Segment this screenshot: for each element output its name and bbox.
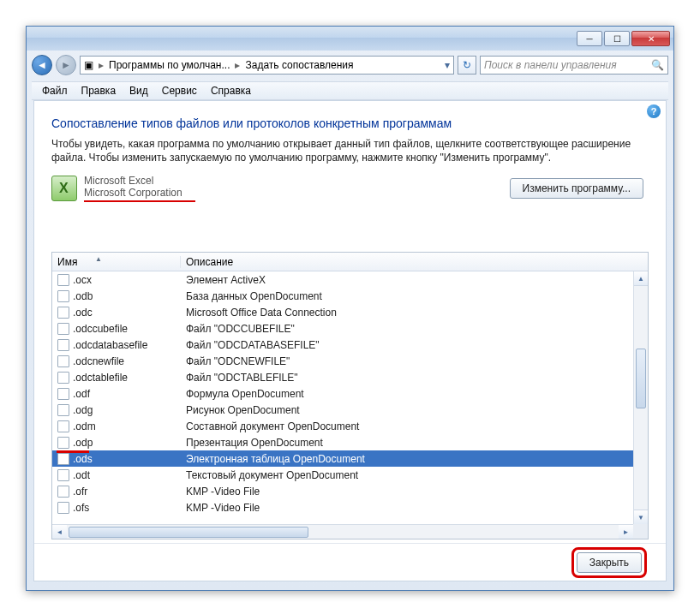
close-button[interactable]: Закрыть <box>577 552 642 573</box>
titlebar: ─ ☐ ✕ <box>27 27 673 51</box>
control-panel-window: ─ ☐ ✕ ◄ ► ▣ ▸ Программы по умолчан... ▸ … <box>26 26 674 591</box>
annotation-underline <box>57 450 89 453</box>
breadcrumb[interactable]: ▣ ▸ Программы по умолчан... ▸ Задать соп… <box>80 56 454 75</box>
extension-cell: .odt <box>73 469 90 481</box>
extension-cell: .odcdatabasefile <box>73 339 147 351</box>
search-input[interactable]: Поиск в панели управления 🔍 <box>480 56 668 75</box>
breadcrumb-seg[interactable]: Программы по умолчан... <box>109 59 230 71</box>
description-cell: Составной документ OpenDocument <box>181 420 648 432</box>
file-type-icon <box>57 388 69 400</box>
scroll-thumb[interactable] <box>69 527 308 538</box>
extension-cell: .odb <box>73 290 93 302</box>
annotation-highlight: Закрыть <box>571 547 647 578</box>
list-item[interactable]: .odcMicrosoft Office Data Connection <box>52 304 648 320</box>
extension-cell: .ofr <box>73 486 87 498</box>
file-type-icon <box>57 355 69 367</box>
menu-view[interactable]: Вид <box>124 83 153 98</box>
window-close-button[interactable]: ✕ <box>631 31 670 46</box>
excel-icon <box>51 176 77 201</box>
extension-cell: .odg <box>73 404 93 416</box>
scroll-corner <box>633 524 648 539</box>
file-type-icon <box>57 404 69 416</box>
selected-program-info: Microsoft Excel Microsoft Corporation <box>84 175 195 202</box>
list-item[interactable]: .ofsKMP -Video File <box>52 499 648 516</box>
extension-cell: .odc <box>73 307 93 319</box>
file-type-icon <box>57 290 69 302</box>
description-cell: Microsoft Office Data Connection <box>181 307 648 319</box>
selected-program-vendor: Microsoft Corporation <box>84 187 195 199</box>
list-item[interactable]: .ocxЭлемент ActiveX <box>52 271 648 288</box>
file-type-icon <box>57 486 69 498</box>
description-cell: KMP -Video File <box>181 502 648 514</box>
refresh-button[interactable]: ↻ <box>458 56 476 75</box>
list-item[interactable]: .ofrKMP -Video File <box>52 483 648 499</box>
column-desc[interactable]: Описание <box>181 256 648 268</box>
search-placeholder: Поиск в панели управления <box>484 59 617 71</box>
file-type-icon <box>57 274 69 286</box>
address-bar: ◄ ► ▣ ▸ Программы по умолчан... ▸ Задать… <box>32 52 668 78</box>
selected-program-row: Microsoft Excel Microsoft Corporation Из… <box>51 175 649 202</box>
description-cell: Файл "ODCNEWFILE" <box>181 355 648 367</box>
extension-cell: .odcnewfile <box>73 355 124 367</box>
chevron-right-icon: ▸ <box>99 59 104 71</box>
close-button-label: Закрыть <box>589 557 629 569</box>
menu-file[interactable]: Файл <box>37 83 73 98</box>
list-item[interactable]: .odbБаза данных OpenDocument <box>52 288 648 304</box>
scroll-down-icon[interactable]: ▼ <box>634 510 648 524</box>
scroll-right-icon[interactable]: ► <box>619 525 633 539</box>
list-item[interactable]: .odccubefileФайл "ODCCUBEFILE" <box>52 320 648 337</box>
list-item[interactable]: .odctablefileФайл "ODCTABLEFILE" <box>52 369 648 385</box>
extension-cell: .odf <box>73 388 90 400</box>
extension-cell: .ods <box>73 453 93 465</box>
extension-cell: .odm <box>73 420 96 432</box>
column-name[interactable]: Имя ▲ <box>52 256 181 268</box>
breadcrumb-seg[interactable]: Задать сопоставления <box>245 59 353 71</box>
description-cell: Презентация OpenDocument <box>181 437 648 449</box>
minimize-button[interactable]: ─ <box>577 31 602 46</box>
extension-cell: .odccubefile <box>73 323 128 335</box>
file-type-icon <box>57 307 69 319</box>
menu-help[interactable]: Справка <box>206 83 256 98</box>
menu-tools[interactable]: Сервис <box>157 83 202 98</box>
scroll-up-icon[interactable]: ▲ <box>634 271 648 286</box>
file-type-icon <box>57 453 69 465</box>
scroll-left-icon[interactable]: ◄ <box>52 525 67 539</box>
file-type-icon <box>57 502 69 514</box>
change-program-label: Изменить программу... <box>523 182 631 194</box>
maximize-button[interactable]: ☐ <box>604 31 630 46</box>
horizontal-scrollbar[interactable]: ◄ ► <box>52 524 633 539</box>
description-cell: KMP -Video File <box>181 486 648 498</box>
description-cell: Рисунок OpenDocument <box>181 404 648 416</box>
change-program-button[interactable]: Изменить программу... <box>510 178 643 199</box>
file-type-icon <box>57 323 69 335</box>
list-item[interactable]: .odfФормула OpenDocument <box>52 385 648 402</box>
description-cell: Электронная таблица OpenDocument <box>181 453 648 465</box>
chevron-down-icon[interactable]: ▾ <box>445 59 450 71</box>
footer: Закрыть <box>34 543 666 581</box>
page-description: Чтобы увидеть, какая программа по умолча… <box>51 137 649 164</box>
vertical-scrollbar[interactable]: ▲ ▼ <box>633 271 648 524</box>
list-item[interactable]: .odpПрезентация OpenDocument <box>52 434 648 450</box>
extension-cell: .odp <box>73 437 93 449</box>
list-item[interactable]: .odsЭлектронная таблица OpenDocument <box>52 450 648 467</box>
list-item[interactable]: .odmСоставной документ OpenDocument <box>52 418 648 434</box>
description-cell: Файл "ODCCUBEFILE" <box>181 323 648 335</box>
selected-program-name: Microsoft Excel <box>84 175 195 187</box>
list-item[interactable]: .odtТекстовый документ OpenDocument <box>52 467 648 483</box>
list-body: .ocxЭлемент ActiveX.odbБаза данных OpenD… <box>52 271 648 539</box>
description-cell: Файл "ODCTABLEFILE" <box>181 372 648 384</box>
description-cell: Элемент ActiveX <box>181 274 648 286</box>
chevron-right-icon: ▸ <box>235 59 240 71</box>
nav-back-button[interactable]: ◄ <box>32 55 52 75</box>
list-item[interactable]: .odgРисунок OpenDocument <box>52 402 648 418</box>
scroll-thumb[interactable] <box>636 349 646 408</box>
extension-cell: .ofs <box>73 502 89 514</box>
help-icon[interactable]: ? <box>647 104 661 118</box>
control-panel-icon: ▣ <box>84 59 93 71</box>
nav-forward-button[interactable]: ► <box>56 55 76 75</box>
list-item[interactable]: .odcdatabasefileФайл "ODCDATABASEFILE" <box>52 337 648 353</box>
menu-edit[interactable]: Правка <box>76 83 122 98</box>
description-cell: Текстовый документ OpenDocument <box>181 469 648 481</box>
list-item[interactable]: .odcnewfileФайл "ODCNEWFILE" <box>52 353 648 369</box>
extension-cell: .odctablefile <box>73 372 128 384</box>
